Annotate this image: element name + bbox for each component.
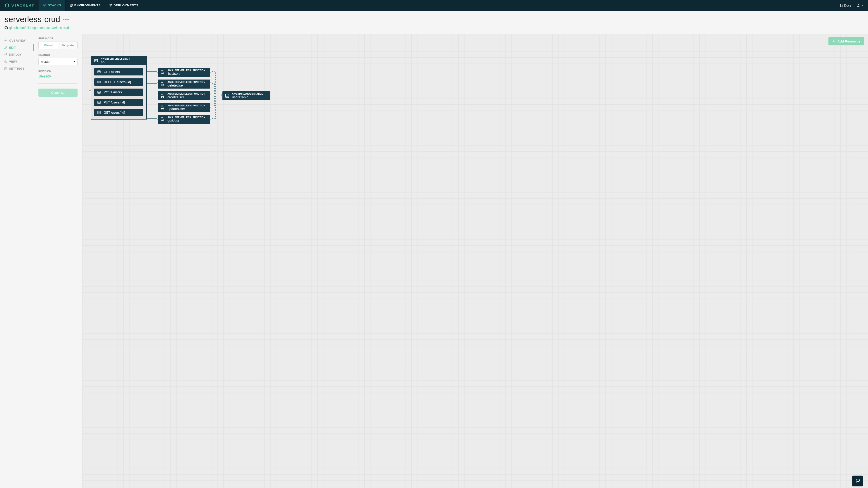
- send-icon: [109, 4, 112, 7]
- node-name: api: [101, 60, 130, 64]
- main: OVERVIEW EDIT DEPLOY VIEW SETTINGS EDIT …: [0, 34, 868, 488]
- node-type: AWS::SERVERLESS::FUNCTION: [167, 81, 205, 84]
- globe-icon: [70, 4, 73, 7]
- add-resource-button[interactable]: Add Resource: [829, 37, 864, 45]
- node-type: AWS::SERVERLESS::FUNCTION: [167, 104, 205, 107]
- stack-title: serverless-crud: [4, 15, 60, 24]
- function-node[interactable]: AWS::SERVERLESS::FUNCTIONdeleteUser: [158, 79, 210, 89]
- plus-icon: [832, 39, 835, 43]
- branch-select-wrap: master ▾: [38, 58, 78, 65]
- nav-stacks[interactable]: STACKS: [39, 0, 65, 11]
- lambda-icon: [160, 105, 165, 110]
- sidebar-label: DEPLOY: [9, 53, 22, 56]
- brand[interactable]: STACKERY: [0, 3, 39, 8]
- route-icon: [96, 80, 101, 84]
- docs-label: Docs: [844, 4, 851, 7]
- node-type: AWS::DYNAMODB::TABLE: [232, 93, 263, 95]
- route-label: PUT /users/{id}: [104, 101, 125, 104]
- nav-label: ENVIRONMENTS: [74, 4, 101, 7]
- sidebar-item-view[interactable]: VIEW: [0, 58, 34, 65]
- lambda-icon: [160, 94, 165, 98]
- route-item[interactable]: PUT /users/{id}: [94, 99, 143, 106]
- function-node[interactable]: AWS::SERVERLESS::FUNCTIONupdateUser: [158, 103, 210, 112]
- edit-mode-template[interactable]: Template: [58, 42, 77, 49]
- function-node[interactable]: AWS::SERVERLESS::FUNCTIONlistUsers: [158, 68, 210, 77]
- github-icon: [4, 26, 8, 30]
- route-item[interactable]: GET /users: [94, 68, 143, 75]
- edit-mode-toggle: Visual Template: [38, 41, 78, 49]
- node-name: listUsers: [167, 72, 205, 75]
- revision-link[interactable]: 58e9960: [38, 74, 51, 78]
- route-label: GET /users/{id}: [104, 111, 125, 114]
- route-label: POST /users: [104, 90, 122, 94]
- docs-link[interactable]: Docs: [840, 4, 851, 7]
- route-item[interactable]: POST /users: [94, 89, 143, 96]
- stack-menu[interactable]: •••: [63, 17, 69, 22]
- layers-icon: [43, 4, 46, 7]
- route-label: DELETE /users/{id}: [104, 80, 131, 84]
- activity-icon: [4, 39, 7, 42]
- node-name: createUser: [167, 95, 205, 99]
- node-type: AWS::SERVERLESS::API: [101, 58, 130, 60]
- sidebar-item-edit[interactable]: EDIT: [0, 44, 34, 51]
- edit-panel: EDIT MODE Visual Template BRANCH master …: [34, 34, 82, 488]
- branch-select[interactable]: master: [38, 58, 78, 65]
- nav-label: DEPLOYMENTS: [114, 4, 138, 7]
- eye-icon: [4, 60, 7, 63]
- chevron-down-icon: [861, 4, 864, 7]
- edit-mode-label: EDIT MODE: [38, 37, 78, 40]
- route-icon: [96, 101, 101, 104]
- function-node[interactable]: AWS::SERVERLESS::FUNCTIONcreateUser: [158, 91, 210, 100]
- diagram-canvas[interactable]: Add Resource: [82, 34, 868, 488]
- gear-icon: [4, 67, 7, 70]
- svg-point-32: [225, 94, 229, 95]
- nav-items: STACKS ENVIRONMENTS DEPLOYMENTS: [39, 0, 143, 11]
- database-icon: [225, 94, 230, 98]
- function-node[interactable]: AWS::SERVERLESS::FUNCTIONgetUser: [158, 115, 210, 124]
- api-node[interactable]: AWS::SERVERLESS::API api GET /users DELE…: [91, 56, 147, 120]
- sidebar-nav: OVERVIEW EDIT DEPLOY VIEW SETTINGS: [0, 34, 34, 488]
- stack-header: serverless-crud ••• github.com/bildungsr…: [0, 11, 868, 34]
- sidebar-item-settings[interactable]: SETTINGS: [0, 65, 34, 72]
- brand-name: STACKERY: [11, 3, 34, 7]
- api-header: AWS::SERVERLESS::API api: [91, 56, 146, 65]
- edit-mode-visual[interactable]: Visual: [39, 42, 58, 49]
- add-resource-label: Add Resource: [837, 39, 860, 43]
- lambda-icon: [160, 117, 165, 122]
- node-name: getUser: [167, 119, 205, 123]
- dynamodb-node[interactable]: AWS::DYNAMODB::TABLEusersTable: [222, 91, 270, 100]
- branch-label: BRANCH: [38, 54, 78, 56]
- route-item[interactable]: GET /users/{id}: [94, 109, 143, 116]
- node-name: updateUser: [167, 107, 205, 111]
- node-type: AWS::SERVERLESS::FUNCTION: [167, 116, 205, 119]
- svg-point-3: [5, 68, 6, 69]
- chat-icon: [855, 479, 860, 484]
- sidebar-item-overview[interactable]: OVERVIEW: [0, 37, 34, 44]
- brand-logo-icon: [4, 3, 9, 8]
- sidebar-label: SETTINGS: [9, 67, 25, 70]
- svg-point-25: [89, 90, 91, 92]
- chat-button[interactable]: [852, 476, 863, 486]
- lambda-icon: [160, 70, 165, 74]
- user-icon: [856, 3, 860, 7]
- nav-deployments[interactable]: DEPLOYMENTS: [105, 0, 143, 11]
- route-item[interactable]: DELETE /users/{id}: [94, 78, 143, 86]
- lambda-icon: [160, 82, 165, 86]
- connectors: [82, 34, 868, 488]
- user-menu[interactable]: [856, 3, 864, 7]
- commit-button[interactable]: Commit...: [38, 89, 78, 97]
- revision-label: REVISION: [38, 70, 78, 72]
- route-icon: [96, 90, 101, 94]
- sidebar-item-deploy[interactable]: DEPLOY: [0, 51, 34, 58]
- route-icon: [96, 111, 101, 114]
- svg-point-1: [858, 4, 859, 5]
- node-type: AWS::SERVERLESS::FUNCTION: [167, 93, 205, 95]
- top-nav: STACKERY STACKS ENVIRONMENTS DEPLOYMENTS…: [0, 0, 868, 11]
- api-icon: [94, 59, 98, 63]
- node-name: deleteUser: [167, 84, 205, 87]
- repo-link[interactable]: github.com/bildungsroman/serverless-crud: [9, 26, 69, 30]
- nav-environments[interactable]: ENVIRONMENTS: [66, 0, 105, 11]
- pencil-icon: [4, 46, 7, 49]
- nav-label: STACKS: [48, 4, 61, 7]
- sidebar-label: OVERVIEW: [9, 39, 26, 42]
